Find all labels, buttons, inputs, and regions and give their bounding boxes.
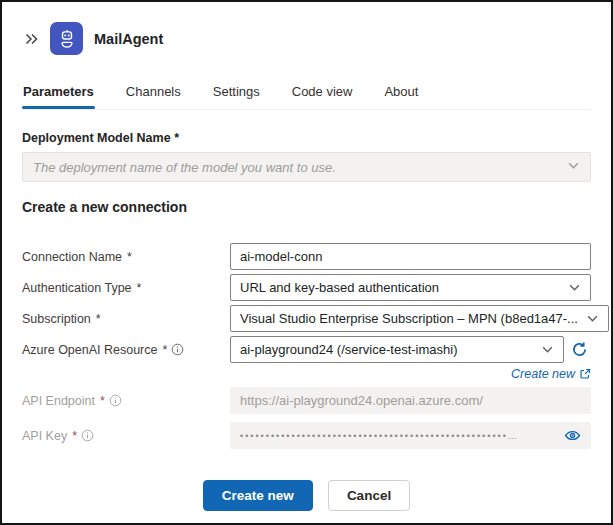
api-endpoint-field: https://ai-playground24.openai.azure.com… — [230, 387, 591, 414]
form-row-authentication-type: Authentication Type* URL and key-based a… — [22, 274, 591, 301]
subscription-value: Visual Studio Enterprise Subscription – … — [240, 311, 578, 326]
authentication-type-value: URL and key-based authentication — [240, 280, 560, 295]
api-endpoint-value: https://ai-playground24.openai.azure.com… — [240, 393, 581, 408]
cancel-button[interactable]: Cancel — [328, 480, 410, 511]
authentication-type-label: Authentication Type* — [22, 281, 230, 295]
tab-settings[interactable]: Settings — [212, 82, 261, 109]
chevron-down-icon — [541, 343, 554, 356]
deployment-model-combobox[interactable]: The deployment name of the model you wan… — [22, 152, 591, 182]
form-row-azure-openai-resource: Azure OpenAI Resource* ai-playground24 (… — [22, 336, 591, 363]
external-link-icon — [579, 368, 591, 380]
chevron-down-icon — [586, 312, 599, 325]
section-title: Create a new connection — [22, 199, 591, 215]
azure-openai-resource-dropdown[interactable]: ai-playground24 (/service-test-imashi) — [230, 336, 564, 363]
deployment-model-name-label: Deployment Model Name * — [22, 131, 591, 145]
required-mark: * — [163, 343, 168, 357]
show-password-eye-icon[interactable] — [564, 427, 581, 444]
required-mark: * — [127, 250, 132, 264]
form-row-api-endpoint: API Endpoint* https://ai-playground24.op… — [22, 387, 591, 414]
azure-openai-resource-value: ai-playground24 (/service-test-imashi) — [240, 342, 533, 357]
create-new-link-row: Create new — [22, 367, 591, 381]
info-icon[interactable] — [81, 429, 94, 442]
chevron-down-icon — [567, 158, 580, 176]
create-new-link[interactable]: Create new — [511, 367, 591, 381]
header: MailAgent — [22, 2, 591, 55]
required-mark: * — [100, 394, 105, 408]
required-mark: * — [137, 281, 142, 295]
api-endpoint-label: API Endpoint* — [22, 394, 230, 408]
tab-channels[interactable]: Channels — [125, 82, 182, 109]
double-chevron-right-icon[interactable] — [22, 29, 42, 49]
info-icon[interactable] — [171, 343, 184, 356]
tab-bar: Parameters Channels Settings Code view A… — [22, 82, 591, 110]
chevron-down-icon — [568, 281, 581, 294]
footer-actions: Create new Cancel — [22, 480, 591, 511]
form-row-api-key: API Key* •••••••••••••••••••••••••••••••… — [22, 422, 591, 449]
connection-form: Connection Name* Authentication Type* UR… — [22, 243, 591, 449]
required-mark: * — [174, 131, 179, 145]
azure-openai-resource-label: Azure OpenAI Resource* — [22, 343, 230, 357]
refresh-icon[interactable] — [571, 341, 588, 358]
form-row-connection-name: Connection Name* — [22, 243, 591, 270]
tab-about[interactable]: About — [383, 82, 419, 109]
required-mark: * — [96, 312, 101, 326]
api-key-label: API Key* — [22, 429, 230, 443]
required-mark: * — [72, 429, 77, 443]
authentication-type-dropdown[interactable]: URL and key-based authentication — [230, 274, 591, 301]
tab-code-view[interactable]: Code view — [291, 82, 354, 109]
api-key-masked-value: ••••••••••••••••••••••••••••••••••••••••… — [240, 431, 558, 441]
info-icon[interactable] — [109, 394, 122, 407]
connection-name-input[interactable] — [230, 243, 591, 270]
mailagent-panel: MailAgent Parameters Channels Settings C… — [2, 2, 611, 511]
bot-avatar-icon — [50, 22, 83, 55]
tab-parameters[interactable]: Parameters — [22, 82, 95, 109]
page-title: MailAgent — [94, 31, 163, 47]
subscription-dropdown[interactable]: Visual Studio Enterprise Subscription – … — [230, 305, 609, 332]
connection-name-label: Connection Name* — [22, 250, 230, 264]
subscription-label: Subscription* — [22, 312, 230, 326]
form-row-subscription: Subscription* Visual Studio Enterprise S… — [22, 305, 591, 332]
deployment-model-placeholder: The deployment name of the model you wan… — [33, 160, 567, 175]
create-new-button[interactable]: Create new — [203, 480, 313, 511]
api-key-field: ••••••••••••••••••••••••••••••••••••••••… — [230, 422, 591, 449]
